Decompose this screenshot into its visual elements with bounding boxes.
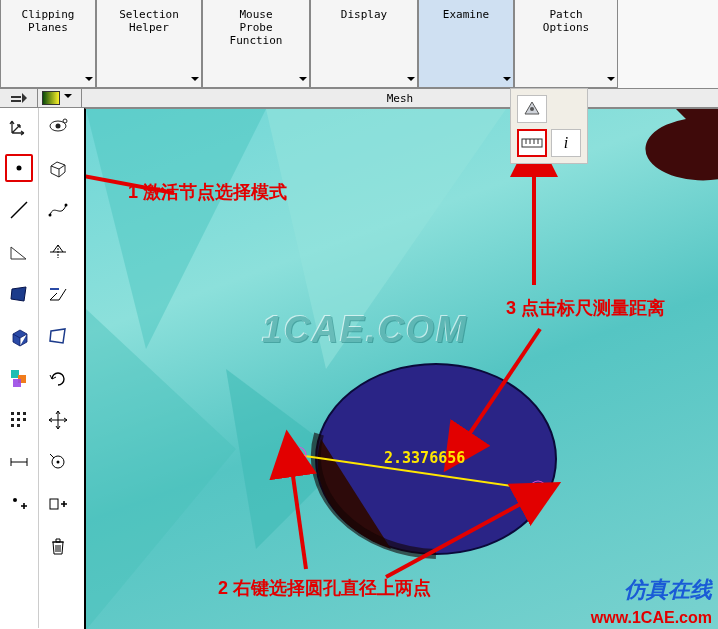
svg-rect-11 [17, 418, 20, 421]
tool-angle[interactable] [5, 238, 33, 266]
svg-point-22 [48, 214, 51, 217]
info-icon: i [564, 134, 568, 152]
dropdown-icon [191, 77, 199, 85]
tool-plus-point[interactable] [5, 490, 33, 518]
svg-rect-12 [23, 418, 26, 421]
ribbon-group-clipping[interactable]: Clipping Planes [0, 0, 96, 88]
subbar-left-toggle[interactable] [0, 89, 38, 107]
dropdown-icon [85, 77, 93, 85]
tool-grid-points[interactable] [5, 406, 33, 434]
svg-point-27 [56, 461, 59, 464]
dropdown-icon [407, 77, 415, 85]
tool-wire-cube[interactable] [44, 154, 72, 182]
svg-point-18 [13, 498, 17, 502]
tool-quad[interactable] [5, 280, 33, 308]
tool-plus-object-right[interactable] [44, 490, 72, 518]
tool-quad-outline[interactable] [44, 322, 72, 350]
viewport-title: Mesh [82, 92, 718, 105]
tool-eye-toggle[interactable] [44, 112, 72, 140]
tool-spline-curve[interactable] [44, 196, 72, 224]
popup-ruler-button[interactable] [517, 129, 547, 157]
svg-line-42 [466, 329, 540, 439]
ribbon-label-display: Display [341, 8, 387, 21]
tool-axis-arrows[interactable] [5, 112, 33, 140]
ribbon-group-display[interactable]: Display [310, 0, 418, 88]
svg-rect-4 [11, 370, 19, 378]
svg-point-2 [17, 166, 22, 171]
svg-point-20 [55, 124, 60, 129]
toolbar-col-1 [0, 108, 38, 628]
annotation-1: 1 激活节点选择模式 [128, 180, 287, 204]
dropdown-icon [503, 77, 511, 85]
tool-ruler[interactable] [5, 448, 33, 476]
svg-rect-13 [11, 424, 14, 427]
tool-sweep-curve[interactable] [44, 280, 72, 308]
svg-line-44 [386, 501, 526, 577]
svg-point-23 [64, 204, 67, 207]
ribbon-label-examine: Examine [443, 8, 489, 21]
tool-cube[interactable] [5, 322, 33, 350]
tool-redo-arc[interactable] [44, 364, 72, 392]
annotation-3: 3 点击标尺测量距离 [506, 296, 665, 320]
ribbon-group-examine[interactable]: Examine [418, 0, 514, 88]
ribbon-group-mouseprobe[interactable]: Mouse Probe Function [202, 0, 310, 88]
ribbon-label-clipping: Clipping Planes [22, 8, 75, 34]
dropdown-icon [299, 77, 307, 85]
tool-vertex-dot[interactable] [5, 154, 33, 182]
brand-cn: 仿真在线 [624, 575, 712, 605]
examine-popup: i [510, 88, 588, 164]
brand-url: www.1CAE.com [591, 609, 712, 627]
popup-info-button[interactable]: i [551, 129, 581, 157]
svg-rect-6 [13, 379, 21, 387]
svg-rect-9 [23, 412, 26, 415]
svg-point-21 [63, 119, 67, 123]
svg-point-45 [530, 107, 534, 111]
tool-line[interactable] [5, 196, 33, 224]
left-toolbars [0, 108, 84, 628]
svg-line-3 [11, 202, 27, 218]
tool-project-curve[interactable] [44, 238, 72, 266]
ribbon-label-mouseprobe: Mouse Probe Function [230, 8, 283, 47]
ribbon-toolbar: Clipping Planes Selection Helper Mouse P… [0, 0, 718, 88]
svg-rect-14 [17, 424, 20, 427]
measurement-value: 2.3376656 [384, 449, 465, 467]
colormap-icon [42, 91, 60, 105]
svg-rect-10 [11, 418, 14, 421]
svg-rect-8 [17, 412, 20, 415]
svg-line-43 [292, 469, 306, 569]
ribbon-label-patch: Patch Options [543, 8, 589, 34]
tool-multi-body[interactable] [5, 364, 33, 392]
annotation-2: 2 右键选择圆孔直径上两点 [218, 576, 431, 600]
ribbon-group-patch[interactable]: Patch Options [514, 0, 618, 88]
subbar: Mesh [0, 88, 718, 108]
tool-pan-crosshair[interactable] [44, 406, 72, 434]
ribbon-group-selection[interactable]: Selection Helper [96, 0, 202, 88]
svg-rect-7 [11, 412, 14, 415]
colormap-button[interactable] [38, 89, 82, 107]
tool-trash[interactable] [44, 532, 72, 560]
svg-rect-28 [50, 499, 58, 509]
svg-rect-0 [11, 96, 21, 98]
svg-rect-46 [522, 139, 542, 147]
popup-face-mode[interactable] [517, 95, 547, 123]
watermark: 1CAE.COM [262, 309, 468, 351]
ribbon-label-selection: Selection Helper [119, 8, 179, 34]
dropdown-icon [607, 77, 615, 85]
toolbar-col-2 [38, 108, 76, 628]
tool-snap-target[interactable] [44, 448, 72, 476]
svg-rect-1 [11, 100, 21, 102]
